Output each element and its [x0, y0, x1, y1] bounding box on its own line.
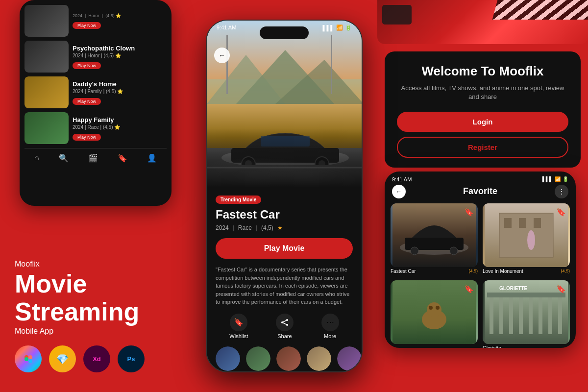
play-now-button[interactable]: Play Now — [73, 98, 101, 105]
trending-badge: Trending Movie — [216, 196, 261, 204]
sketch-icon: 💎 — [49, 345, 76, 372]
fav-card-monument[interactable]: 🔖 — [483, 203, 570, 267]
fav-card-wrapper: GLORIETTE 🔖 Gloriette — [483, 280, 570, 348]
profile-nav-icon[interactable]: 👤 — [147, 153, 157, 163]
back-button[interactable]: ← — [214, 48, 230, 63]
bottom-navigation: ⌂ 🔍 🎬 🔖 👤 — [24, 148, 167, 168]
ps-icon: Ps — [118, 345, 145, 372]
more-action[interactable]: ⋯ More — [321, 314, 339, 339]
favorite-title: Favorite — [463, 186, 497, 196]
wishlist-label: Wishlist — [229, 333, 248, 339]
svg-rect-39 — [509, 295, 513, 334]
play-now-button[interactable]: Play Now — [73, 134, 101, 141]
left-panel: 2024 | Horor | (4,5) ⭐ Play Now Psychopa… — [0, 0, 191, 392]
wishlist-icon: 🔖 — [230, 314, 247, 331]
share-label: Share — [277, 333, 292, 339]
svg-point-24 — [450, 247, 458, 255]
fav-card-wrapper: 🔖 — [391, 280, 478, 348]
brand-name: Mooflix — [15, 260, 176, 269]
login-button[interactable]: Login — [397, 112, 568, 132]
svg-line-18 — [282, 320, 287, 322]
movies-nav-icon[interactable]: 🎬 — [88, 153, 98, 163]
movie-thumbnail — [24, 112, 69, 144]
cast-item: Mande — [276, 346, 301, 373]
svg-rect-37 — [490, 295, 493, 334]
register-button[interactable]: Register — [397, 137, 568, 158]
svg-rect-27 — [504, 218, 512, 228]
fav-card-animal[interactable]: 🔖 — [391, 280, 478, 344]
cast-avatar-han — [337, 346, 362, 371]
cast-avatar-johnson — [246, 346, 270, 371]
movie-info: Daddy's Home 2024 | Family | (4,5) ⭐ Pla… — [73, 80, 167, 105]
svg-point-4 — [24, 357, 28, 361]
share-icon — [276, 314, 294, 331]
movie-thumbnail — [24, 41, 69, 73]
phone-favorite-mockup: 9:41 AM ▌▌▌ 📶 🔋 ← Favorite ⋮ — [385, 172, 576, 348]
mobile-app-subtitle: Mobile App — [15, 327, 176, 336]
favorite-status-bar: 9:41 AM ▌▌▌ 📶 🔋 — [385, 172, 576, 185]
search-nav-icon[interactable]: 🔍 — [59, 153, 69, 163]
list-item: 2024 | Horor | (4,5) ⭐ Play Now — [24, 5, 167, 37]
svg-point-23 — [411, 247, 418, 255]
fav-card-label — [391, 344, 478, 347]
favorite-more-button[interactable]: ⋮ — [555, 185, 568, 198]
hero-gradient — [207, 128, 362, 187]
fav-status-time: 9:41 AM — [392, 176, 412, 182]
list-item: Daddy's Home 2024 | Family | (4,5) ⭐ Pla… — [24, 76, 167, 108]
svg-point-35 — [436, 306, 440, 310]
tool-icons-row: 💎 Xd Ps — [15, 345, 176, 372]
play-now-button[interactable]: Play Now — [73, 62, 101, 69]
bookmarks-nav-icon[interactable]: 🔖 — [118, 153, 127, 163]
wishlist-action[interactable]: 🔖 Wishlist — [229, 314, 248, 339]
hero-image — [207, 21, 362, 187]
favorite-header: ← Favorite ⋮ — [385, 185, 576, 203]
svg-rect-42 — [539, 295, 542, 334]
left-bottom-content: Mooflix Movie Streaming Mobile App 💎 Xd … — [15, 260, 176, 382]
phone-middle-mockup: 9:41 AM ▌▌▌ 📶 🔋 — [206, 20, 363, 372]
clapperboard-decoration — [377, 0, 588, 44]
play-now-button[interactable]: Play Now — [73, 22, 101, 29]
favorite-back-button[interactable]: ← — [392, 185, 406, 198]
movie-thumbnail — [24, 5, 69, 37]
play-movie-button[interactable]: Play Movie — [216, 238, 353, 259]
svg-rect-29 — [534, 218, 541, 228]
signal-icon: ▌▌▌ — [323, 25, 334, 31]
svg-point-3 — [28, 359, 32, 363]
svg-point-30 — [527, 230, 535, 250]
svg-line-19 — [282, 322, 287, 325]
cast-avatar-david — [216, 346, 240, 371]
movie-detail-content: Trending Movie Fastest Car 2024 | Race |… — [207, 187, 362, 372]
movie-info: 2024 | Horor | (4,5) ⭐ Play Now — [73, 13, 167, 29]
cast-item: Felans — [307, 346, 331, 373]
svg-point-34 — [429, 306, 433, 310]
fav-signal-icon: ▌▌▌ — [542, 176, 553, 182]
home-nav-icon[interactable]: ⌂ — [34, 153, 39, 163]
fav-card-fastest-car[interactable]: 🔖 — [391, 203, 478, 267]
fav-bookmark-icon: 🔖 — [464, 284, 474, 294]
movie-info: Happy Family 2024 | Race | (4,5) ⭐ Play … — [73, 116, 167, 141]
welcome-section: Welcome To Mooflix Access all films, TV … — [385, 51, 581, 168]
phone-notch — [260, 26, 309, 39]
fav-card-gloriette[interactable]: GLORIETTE 🔖 — [483, 280, 570, 344]
share-action[interactable]: Share — [276, 314, 294, 339]
hero-title-line2: Streaming — [15, 299, 176, 324]
movie-detail-meta: 2024 | Race | (4,5) ★ — [216, 224, 353, 231]
wifi-icon: 📶 — [336, 24, 343, 31]
list-item: Psychopathic Clown 2024 | Horor | (4,5) … — [24, 41, 167, 73]
cast-item: Han... — [337, 346, 362, 373]
welcome-title: Welcome To Mooflix — [397, 64, 568, 79]
movie-thumbnail — [24, 76, 69, 108]
fav-bookmark-icon: 🔖 — [556, 207, 566, 217]
more-icon: ⋯ — [321, 314, 339, 331]
movie-description: "Fastest Car" is a documentary series th… — [216, 266, 353, 306]
svg-rect-41 — [529, 295, 533, 334]
svg-rect-28 — [519, 218, 526, 228]
cast-row: David Johnson Mande — [216, 346, 353, 373]
fav-card-label: Gloriette — [483, 344, 570, 348]
xd-icon: Xd — [83, 345, 110, 372]
svg-text:GLORIETTE: GLORIETTE — [499, 286, 528, 291]
middle-panel: 9:41 AM ▌▌▌ 📶 🔋 — [191, 0, 377, 392]
mountains — [207, 45, 362, 104]
movie-detail-title: Fastest Car — [216, 208, 353, 221]
fav-card-label: Fastest Car (4,5) — [391, 267, 478, 275]
